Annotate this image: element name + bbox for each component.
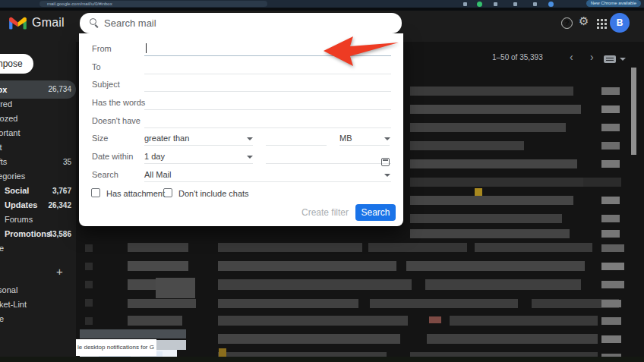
sidebar-toggle-icon[interactable] <box>494 2 497 6</box>
redacted-content-block <box>410 196 573 205</box>
sidebar-item-drafts[interactable]: Drafts35 <box>0 155 76 169</box>
sidebar-item-sent[interactable]: Sent <box>0 140 76 155</box>
redacted-content-block <box>85 263 93 270</box>
sidebar-label-text: Pocket-Lint <box>0 297 27 312</box>
redacted-content-block <box>601 142 620 150</box>
sidebar-label-pocket-lint[interactable]: Pocket-Lint <box>0 297 76 312</box>
redacted-content-block <box>218 243 362 252</box>
size-unit-caret-icon[interactable] <box>384 137 390 140</box>
extensions-icon[interactable] <box>533 2 537 6</box>
size-value-field[interactable] <box>266 145 327 146</box>
from-label: From <box>92 44 112 53</box>
subject-field[interactable] <box>144 91 391 92</box>
doesnt-have-field[interactable] <box>144 127 391 128</box>
sidebar-item-snoozed[interactable]: Snoozed <box>0 112 76 126</box>
compose-button[interactable]: Compose <box>0 54 33 74</box>
search-magnifier-icon[interactable] <box>90 18 96 25</box>
redacted-content-block <box>475 243 592 252</box>
create-filter-button[interactable]: Create filter <box>301 204 349 221</box>
chrome-update-button[interactable]: New Chrome available <box>586 0 641 7</box>
has-words-label: Has the words <box>92 98 145 107</box>
input-tools-caret-icon[interactable] <box>620 58 626 61</box>
account-avatar[interactable]: B <box>610 13 630 33</box>
calendar-icon[interactable] <box>381 158 390 166</box>
redacted-content-block <box>156 278 195 298</box>
redacted-content-block <box>601 105 620 113</box>
older-page-chevron-icon[interactable]: › <box>590 51 594 63</box>
redacted-content-block <box>85 281 93 288</box>
extension-icon[interactable] <box>477 2 482 7</box>
subject-label: Subject <box>92 80 120 89</box>
has-attachment-checkbox[interactable] <box>91 188 100 197</box>
sidebar-label-more[interactable]: More <box>0 312 76 326</box>
settings-gear-icon[interactable]: ⚙ <box>579 14 589 28</box>
date-range-select[interactable]: 1 day <box>144 152 165 161</box>
sidebar-item-social[interactable]: Social3,767 <box>0 184 76 198</box>
redacted-content-block <box>601 335 621 343</box>
sidebar-item-count: 43,586 <box>48 227 71 241</box>
redacted-content-block <box>368 243 467 252</box>
date-range-underline <box>144 163 253 164</box>
sidebar-item-updates[interactable]: Updates26,342 <box>0 198 76 212</box>
add-label-plus-icon[interactable]: + <box>56 265 63 278</box>
to-field[interactable] <box>144 74 391 74</box>
redacted-content-block <box>631 68 636 155</box>
search-scope-caret-icon[interactable] <box>384 174 390 177</box>
date-range-caret-icon[interactable] <box>247 156 253 159</box>
no-chats-label: Don't include chats <box>178 189 249 198</box>
search-input[interactable]: Search mail <box>104 13 156 33</box>
help-icon[interactable]: ? <box>561 17 573 29</box>
to-label: To <box>92 62 101 71</box>
sidebar-item-forums[interactable]: Forums <box>0 212 76 227</box>
address-bar[interactable]: mail.google.com/mail/u/0/#inbox <box>39 1 267 7</box>
size-operator-caret-icon[interactable] <box>247 137 253 140</box>
sidebar-item-categories[interactable]: Categories <box>0 169 76 184</box>
sidebar-item-label: Forums <box>5 212 33 227</box>
sidebar-label-personal[interactable]: Personal <box>0 283 76 297</box>
redacted-content-block <box>601 300 621 307</box>
sidebar-item-promotions[interactable]: Promotions43,586 <box>0 227 76 241</box>
sidebar-item-count: 35 <box>63 155 71 169</box>
redacted-content-block <box>475 188 482 196</box>
redacted-content-block <box>218 299 358 308</box>
browser-toolbar: mail.google.com/mail/u/0/#inbox New Chro… <box>0 0 644 8</box>
sidebar-nav: Compose Inbox26,734StarredSnoozedImporta… <box>0 42 76 362</box>
redacted-content-block <box>410 105 581 114</box>
redacted-content-block <box>427 334 598 344</box>
bookmark-icon[interactable] <box>463 2 467 6</box>
redacted-content-block <box>425 279 581 290</box>
redacted-content-block <box>85 299 93 307</box>
sidebar-item-important[interactable]: Important <box>0 126 76 140</box>
redacted-content-block <box>601 197 620 204</box>
size-operator-underline <box>144 145 253 146</box>
redacted-content-block <box>601 87 620 95</box>
search-submit-button[interactable]: Search <box>355 204 396 221</box>
sidebar-item-label: Inbox <box>0 80 7 99</box>
downloads-icon[interactable] <box>513 2 517 6</box>
redacted-content-block <box>218 334 400 344</box>
size-unit-select[interactable]: MB <box>339 134 352 143</box>
sidebar-item-more[interactable]: More <box>0 241 76 256</box>
browser-profile-avatar[interactable] <box>548 2 554 7</box>
redacted-content-block <box>601 317 621 325</box>
sidebar-item-starred[interactable]: Starred <box>0 97 76 112</box>
redacted-content-block <box>410 87 573 96</box>
newer-page-chevron-icon[interactable]: ‹ <box>570 51 573 63</box>
redacted-content-block <box>128 243 188 252</box>
has-words-field[interactable] <box>144 109 391 110</box>
redacted-content-block <box>410 159 577 168</box>
sidebar-item-inbox[interactable]: Inbox26,734 <box>0 80 76 99</box>
input-tools-keyboard-icon[interactable] <box>604 55 616 63</box>
date-field[interactable] <box>266 163 391 164</box>
sidebar-item-label: Starred <box>0 97 12 112</box>
size-operator-select[interactable]: greater than <box>144 134 189 143</box>
desktop-notifications-banner[interactable]: le desktop notifications for G <box>76 339 156 356</box>
sidebar-item-label: Important <box>0 126 20 140</box>
google-apps-grid-icon[interactable] <box>596 18 607 29</box>
redacted-content-block <box>370 299 518 308</box>
gmail-logo[interactable]: Gmail <box>9 16 65 30</box>
sidebar-item-count: 26,342 <box>48 198 71 212</box>
search-scope-select[interactable]: All Mail <box>144 170 171 179</box>
search-bar[interactable]: Search mail <box>80 13 402 33</box>
no-chats-checkbox[interactable] <box>163 188 172 197</box>
